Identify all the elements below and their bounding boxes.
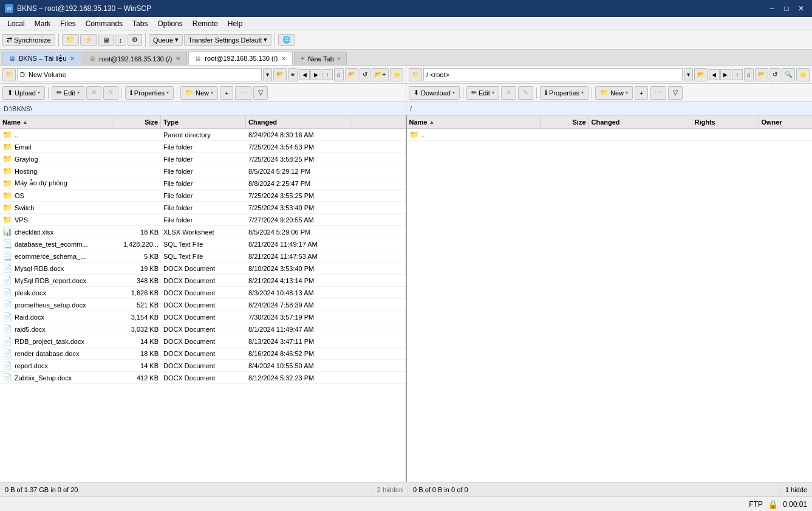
right-open-dir[interactable]: 🔍 bbox=[782, 68, 795, 81]
tab-root1-close[interactable]: ✕ bbox=[176, 55, 180, 62]
title-controls[interactable]: – □ ✕ bbox=[766, 4, 807, 13]
right-down-button[interactable]: ▽ bbox=[668, 86, 683, 100]
minimize-button[interactable]: – bbox=[766, 4, 778, 13]
left-rename-button[interactable]: ✎ bbox=[103, 86, 118, 100]
left-nav-refresh[interactable]: ↺ bbox=[360, 68, 370, 81]
left-file-row[interactable]: 📄RDB_project_task.docx 14 KB DOCX Docume… bbox=[0, 335, 406, 348]
left-file-row[interactable]: 📁OS File folder 7/25/2024 3:55:25 PM bbox=[0, 190, 406, 202]
left-col-size[interactable]: Size bbox=[112, 115, 161, 128]
toolbar-transfer-button[interactable]: Transfer Settings Default ▾ bbox=[184, 34, 271, 46]
tab-root2-close[interactable]: ✕ bbox=[281, 55, 286, 62]
left-bookmarks[interactable]: ⭐ bbox=[390, 68, 403, 81]
left-file-row[interactable]: 📄render database.docx 18 KB DOCX Documen… bbox=[0, 348, 406, 360]
right-col-changed[interactable]: Changed bbox=[589, 115, 692, 128]
right-bookmarks[interactable]: ⭐ bbox=[796, 68, 810, 81]
left-file-row[interactable]: 📄report.docx 14 KB DOCX Document 8/4/202… bbox=[0, 360, 406, 372]
left-file-row[interactable]: 📁Hosting File folder 8/5/2024 5:29:12 PM bbox=[0, 165, 406, 177]
left-file-row[interactable]: 📄MySql RDB_report.docx 348 KB DOCX Docum… bbox=[0, 275, 406, 287]
left-addr-icon[interactable]: 📁 bbox=[2, 68, 16, 81]
left-addr-dropdown[interactable]: ▾ bbox=[263, 68, 272, 81]
tab-root2[interactable]: 🖥 root@192.168.35.130 (/) ✕ bbox=[188, 52, 293, 65]
toolbar-icon3[interactable]: 🖥 bbox=[98, 35, 114, 46]
left-nav-root[interactable]: 📂 bbox=[345, 68, 358, 81]
left-properties-button[interactable]: ℹ Properties ▾ bbox=[125, 86, 174, 100]
left-file-row[interactable]: 📄Raid.docx 3,154 KB DOCX Document 7/30/2… bbox=[0, 311, 406, 323]
right-nav-fwd[interactable]: ▶ bbox=[720, 69, 731, 80]
left-nav-back[interactable]: ◀ bbox=[299, 69, 310, 80]
left-file-row[interactable]: 📄Zabbix_Setup.docx 412 KB DOCX Document … bbox=[0, 372, 406, 384]
right-addr-icon[interactable]: 📁 bbox=[409, 68, 422, 81]
toolbar-icon2[interactable]: ⚡ bbox=[80, 34, 97, 46]
left-addr-browse[interactable]: 📂 bbox=[273, 68, 287, 81]
right-addr-browse[interactable]: 📂 bbox=[694, 68, 708, 81]
left-down-button[interactable]: ▽ bbox=[253, 86, 268, 100]
right-addr-dropdown[interactable]: ▾ bbox=[684, 68, 693, 81]
right-nav-up[interactable]: ↑ bbox=[732, 69, 743, 80]
upload-button[interactable]: ⬆ Upload ▾ bbox=[2, 86, 45, 100]
menu-help[interactable]: Help bbox=[223, 18, 248, 29]
right-nav-root[interactable]: 📂 bbox=[755, 68, 768, 81]
maximize-button[interactable]: □ bbox=[780, 4, 793, 13]
right-nav-home[interactable]: ⌂ bbox=[744, 68, 754, 81]
right-col-owner[interactable]: Owner bbox=[759, 115, 813, 128]
left-address-input[interactable] bbox=[17, 68, 262, 81]
right-nav-refresh[interactable]: ↺ bbox=[769, 68, 780, 81]
left-nav-up[interactable]: ↑ bbox=[322, 69, 333, 80]
right-more-button[interactable]: ⋯ bbox=[650, 86, 666, 100]
left-new-button[interactable]: 📁 New ▾ bbox=[180, 86, 218, 100]
toolbar-globe[interactable]: 🌐 bbox=[278, 34, 295, 46]
toolbar-queue-button[interactable]: Queue ▾ bbox=[149, 34, 183, 46]
left-edit-button[interactable]: ✏ Edit ▾ bbox=[52, 86, 84, 100]
right-col-name[interactable]: Name ▲ bbox=[407, 115, 541, 128]
left-file-row[interactable]: 📁Graylog File folder 7/25/2024 3:58:25 P… bbox=[0, 153, 406, 165]
right-panel-content[interactable]: 📁.. bbox=[407, 129, 813, 482]
left-panel-content[interactable]: 📁.. Parent directory 8/24/2024 8:30:16 A… bbox=[0, 129, 406, 482]
close-button[interactable]: ✕ bbox=[795, 4, 807, 13]
left-addr-layout[interactable]: ≡ bbox=[288, 68, 298, 81]
right-col-rights[interactable]: Rights bbox=[692, 115, 759, 128]
left-file-row[interactable]: 📁Switch File folder 7/25/2024 3:53:40 PM bbox=[0, 202, 406, 214]
left-file-row[interactable]: 📄plesk.docx 1,626 KB DOCX Document 8/3/2… bbox=[0, 287, 406, 299]
right-rename-button[interactable]: ✎ bbox=[518, 86, 533, 100]
left-nav-home[interactable]: ⌂ bbox=[334, 68, 344, 81]
left-file-row[interactable]: 📁Email File folder 7/25/2024 3:54:53 PM bbox=[0, 141, 406, 153]
left-col-name[interactable]: Name ▲ bbox=[0, 115, 112, 128]
left-col-type[interactable]: Type bbox=[161, 115, 246, 128]
left-file-row[interactable]: 📊checklist.xlsx 18 KB XLSX Worksheet 8/5… bbox=[0, 226, 406, 238]
toolbar-icon1[interactable]: 📁 bbox=[62, 34, 79, 46]
left-more-button[interactable]: ⋯ bbox=[235, 86, 251, 100]
tab-new[interactable]: + New Tab ▾ bbox=[294, 52, 346, 65]
left-open-dir[interactable]: 📂+ bbox=[372, 68, 389, 81]
menu-mark[interactable]: Mark bbox=[30, 18, 56, 29]
left-file-row[interactable]: 📄Mysql RDB.docx 19 KB DOCX Document 8/10… bbox=[0, 262, 406, 275]
toolbar-sync-button[interactable]: ⇄ Synchronize bbox=[2, 34, 55, 46]
left-new-file-button[interactable]: + bbox=[220, 86, 233, 100]
left-file-row[interactable]: 📁VPS File folder 7/27/2024 9:20:55 AM bbox=[0, 214, 406, 226]
right-file-row[interactable]: 📁.. bbox=[407, 129, 813, 141]
tab-bkns[interactable]: 🖥 BKNS – Tài liệu ✕ bbox=[2, 52, 81, 65]
tab-bkns-close[interactable]: ✕ bbox=[70, 55, 75, 62]
left-file-row[interactable]: 📁Máy ảo dự phòng File folder 8/8/2024 2:… bbox=[0, 177, 406, 190]
menu-files[interactable]: Files bbox=[55, 18, 80, 29]
left-file-row[interactable]: 📁.. Parent directory 8/24/2024 8:30:16 A… bbox=[0, 129, 406, 141]
menu-local[interactable]: Local bbox=[2, 18, 30, 29]
left-file-row[interactable]: 📃database_test_ecomm... 1,428,220... SQL… bbox=[0, 238, 406, 250]
right-edit-button[interactable]: ✏ Edit ▾ bbox=[466, 86, 499, 100]
right-col-size[interactable]: Size bbox=[541, 115, 589, 128]
toolbar-icon5[interactable]: ⚙ bbox=[128, 34, 142, 46]
left-file-row[interactable]: 📄raid5.docx 3,032 KB DOCX Document 8/1/2… bbox=[0, 323, 406, 335]
right-delete-button[interactable]: ✕ bbox=[501, 86, 516, 100]
right-properties-button[interactable]: ℹ Properties ▾ bbox=[540, 86, 589, 100]
right-new-button[interactable]: 📁 New ▾ bbox=[595, 86, 633, 100]
tab-root1[interactable]: 🖥 root@192.168.35.130 (/) ✕ bbox=[83, 52, 187, 65]
menu-tabs[interactable]: Tabs bbox=[128, 18, 152, 29]
menu-remote[interactable]: Remote bbox=[188, 18, 223, 29]
menu-options[interactable]: Options bbox=[152, 18, 187, 29]
right-nav-back[interactable]: ◀ bbox=[709, 69, 720, 80]
download-button[interactable]: ⬇ Download ▾ bbox=[409, 86, 460, 100]
right-new-file-button[interactable]: + bbox=[635, 86, 648, 100]
toolbar-icon4[interactable]: ↕ bbox=[115, 35, 127, 46]
left-file-row[interactable]: 📄prometheus_setup.docx 521 KB DOCX Docum… bbox=[0, 299, 406, 311]
left-delete-button[interactable]: ✕ bbox=[86, 86, 101, 100]
left-col-changed[interactable]: Changed bbox=[246, 115, 352, 128]
